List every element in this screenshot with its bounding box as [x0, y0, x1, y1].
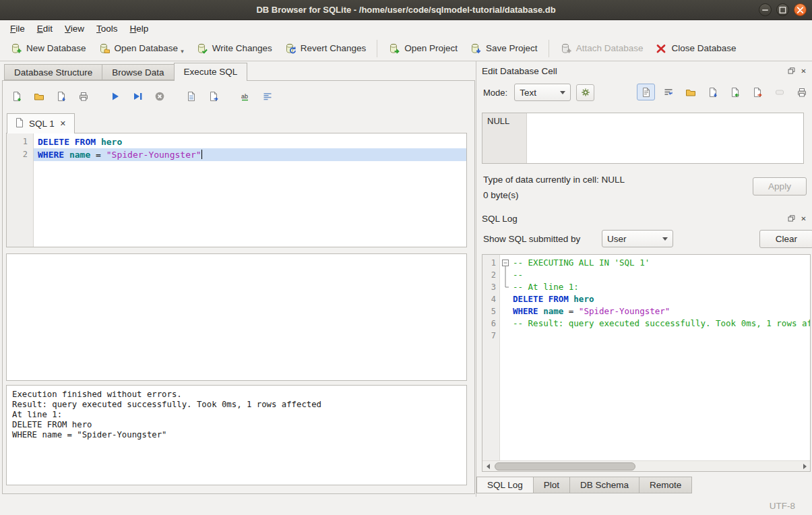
message-line: At line 1:	[12, 410, 461, 420]
sql-editor[interactable]: 12 DELETE FROM heroWHERE name = "Spider-…	[6, 133, 467, 247]
format-sql-icon[interactable]	[260, 89, 275, 104]
line-number: 2	[482, 269, 496, 281]
fold-marker	[501, 330, 510, 342]
filter-label: Show SQL submitted by	[483, 234, 580, 244]
print-cell-icon[interactable]	[792, 84, 811, 100]
right-dock: Edit Database Cell ✕ Mode: Text NULL Typ…	[476, 61, 812, 497]
dock-tab-plot[interactable]: Plot	[533, 477, 570, 493]
stop-icon[interactable]	[152, 89, 167, 104]
cell-editor-gutter: NULL	[482, 113, 527, 163]
revert-changes-button[interactable]: Revert Changes	[278, 40, 373, 57]
line-number: 2	[7, 148, 28, 161]
menu-tools[interactable]: Tools	[90, 22, 124, 35]
execution-message-area: Execution finished without errors.Result…	[6, 385, 467, 485]
close-panel-icon[interactable]: ✕	[799, 214, 808, 223]
mode-select[interactable]: Text	[514, 84, 571, 101]
open-data-icon[interactable]	[681, 84, 699, 100]
tab-execute-sql[interactable]: Execute SQL	[174, 63, 248, 81]
fold-collapse-icon[interactable]	[501, 257, 510, 269]
cell-editor[interactable]: NULL	[482, 113, 804, 164]
menu-file[interactable]: File	[4, 22, 31, 35]
line-number: 7	[482, 330, 496, 342]
sql-log-view[interactable]: 1234567 -- EXECUTING ALL IN 'SQL 1'---- …	[482, 254, 811, 472]
text-mode-icon[interactable]	[637, 84, 655, 100]
import-data-icon[interactable]	[726, 84, 744, 100]
cell-type-text: Type of data currently in cell: NULL	[483, 175, 625, 185]
svg-text:ab: ab	[241, 93, 248, 100]
editor-line: DELETE FROM hero	[34, 135, 466, 148]
save-sql-file-icon[interactable]	[54, 89, 69, 104]
maximize-button[interactable]	[776, 3, 789, 16]
auto-mode-gear-button[interactable]	[576, 84, 594, 101]
menu-edit[interactable]: Edit	[31, 22, 59, 35]
minimize-button[interactable]	[759, 3, 772, 16]
write-changes-button[interactable]: Write Changes	[190, 40, 278, 57]
dock-tab-remote[interactable]: Remote	[639, 477, 692, 493]
save-data-icon[interactable]	[704, 84, 722, 100]
close-database-button[interactable]: Close Database	[649, 40, 742, 57]
new-database-button[interactable]: New Database	[4, 40, 92, 57]
save-project-button[interactable]: Save Project	[464, 40, 544, 57]
toolbar-button-label: Revert Changes	[301, 43, 367, 53]
dock-tab-bar: SQL LogPlotDB SchemaRemote	[476, 477, 692, 493]
cell-size-text: 0 byte(s)	[483, 190, 519, 200]
scrollbar-track[interactable]	[493, 461, 799, 472]
scrollbar-thumb[interactable]	[495, 462, 635, 471]
message-line: WHERE name = "Spider-Youngster"	[12, 430, 461, 440]
horizontal-scrollbar[interactable]	[482, 460, 810, 471]
message-line: Result: query executed successfully. Too…	[12, 400, 461, 410]
find-replace-icon[interactable]: ab	[238, 89, 253, 104]
dropdown-caret-icon[interactable]: ▾	[181, 48, 184, 55]
open-project-button[interactable]: Open Project	[382, 40, 464, 57]
set-null-icon[interactable]	[770, 84, 788, 100]
results-grid[interactable]	[6, 253, 467, 381]
sql-tab-close-icon[interactable]: ✕	[59, 119, 67, 128]
log-fold-markers[interactable]	[501, 257, 510, 342]
log-line: -- Result: query executed successfully. …	[510, 317, 810, 330]
print-sql-icon[interactable]	[76, 89, 91, 104]
clear-log-button[interactable]: Clear	[759, 230, 812, 248]
attach-database-button[interactable]: Attach Database	[554, 40, 650, 57]
dock-tab-db-schema[interactable]: DB Schema	[569, 477, 639, 493]
submitter-select[interactable]: User	[602, 230, 673, 247]
log-line: WHERE name = "Spider-Youngster"	[510, 305, 810, 317]
save-results-icon[interactable]	[206, 89, 221, 104]
close-button[interactable]	[794, 3, 807, 16]
open-database-button[interactable]: Open Database▾	[92, 40, 190, 57]
line-number: 1	[7, 135, 28, 148]
cell-mode-row: Mode: Text	[483, 83, 807, 102]
log-code-area: -- EXECUTING ALL IN 'SQL 1'---- At line …	[510, 257, 810, 342]
open-tab-icon[interactable]	[9, 89, 24, 104]
tab-browse-data[interactable]: Browse Data	[102, 64, 174, 80]
editor-code-area[interactable]: DELETE FROM heroWHERE name = "Spider-You…	[34, 133, 466, 247]
fold-marker	[501, 317, 510, 330]
menu-help[interactable]: Help	[124, 22, 155, 35]
window-controls	[759, 3, 807, 16]
line-number: 4	[482, 293, 496, 305]
scroll-left-icon[interactable]	[482, 461, 493, 472]
scroll-right-icon[interactable]	[799, 461, 810, 472]
titlebar[interactable]: DB Browser for SQLite - /home/user/code/…	[0, 0, 812, 20]
sql-file-icon	[14, 117, 25, 130]
execute-current-line-icon[interactable]	[130, 89, 145, 104]
menu-view[interactable]: View	[59, 22, 90, 35]
float-panel-icon[interactable]	[787, 67, 796, 75]
close-panel-icon[interactable]: ✕	[799, 67, 808, 75]
open-sql-file-icon[interactable]	[32, 89, 46, 104]
apply-button[interactable]: Apply	[753, 177, 807, 195]
word-wrap-icon[interactable]	[659, 84, 677, 100]
export-results-icon[interactable]	[184, 89, 199, 104]
dock-tab-sql-log[interactable]: SQL Log	[476, 477, 534, 493]
toolbar-button-label: Open Database	[115, 43, 179, 53]
toolbar-separator	[377, 40, 377, 57]
export-data-icon[interactable]	[748, 84, 766, 100]
tab-database-structure[interactable]: Database Structure	[4, 64, 102, 80]
float-panel-icon[interactable]	[787, 214, 796, 223]
log-filter-row: Show SQL submitted by User Clear	[483, 230, 807, 249]
sql-tab[interactable]: SQL 1 ✕	[7, 113, 75, 133]
new-database-icon	[10, 42, 22, 55]
encoding-label: UTF-8	[770, 501, 795, 511]
open-project-icon	[388, 42, 400, 55]
execute-all-icon[interactable]	[108, 89, 123, 104]
toolbar-button-label: Open Project	[404, 43, 458, 53]
